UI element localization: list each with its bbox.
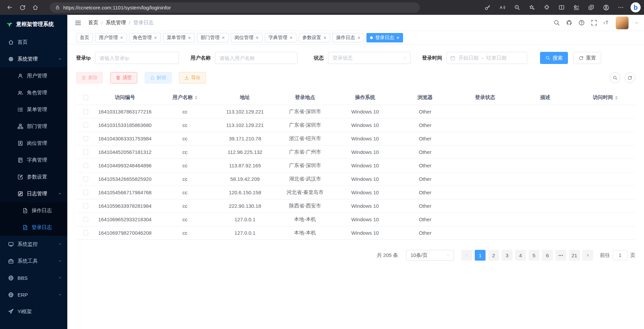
browser-refresh-button[interactable] (16, 1, 29, 14)
row-checkbox[interactable] (83, 176, 88, 182)
user-name-input[interactable] (215, 52, 297, 64)
browser-menu-button[interactable] (614, 1, 627, 14)
avatar-dropdown-icon[interactable] (635, 21, 639, 25)
close-icon[interactable]: × (188, 35, 191, 40)
row-checkbox[interactable] (83, 203, 88, 208)
tab-role-management[interactable]: 角色管理× (129, 33, 161, 42)
extensions-button[interactable] (540, 1, 553, 14)
more-pages-button[interactable]: ••• (556, 250, 566, 261)
zoom-out-button[interactable] (511, 1, 524, 14)
collections-button[interactable] (585, 1, 598, 14)
password-manager-button[interactable] (481, 1, 494, 14)
page-size-select[interactable]: 10条/页 (406, 250, 454, 261)
row-checkbox[interactable] (83, 217, 88, 222)
breadcrumb-item[interactable]: 首页 (88, 20, 98, 26)
column-header-8[interactable]: 访问时间 (575, 94, 635, 101)
tab-dept-management[interactable]: 部门管理× (197, 33, 228, 42)
page-button-5[interactable]: 5 (529, 250, 539, 261)
add-favorite-button[interactable] (526, 1, 538, 14)
close-icon[interactable]: × (222, 35, 225, 40)
address-bar[interactable]: https://ccnetcore.com:1101/system/log/lo… (50, 2, 420, 13)
favorites-bar-button[interactable] (570, 1, 583, 14)
close-icon[interactable]: × (256, 35, 259, 40)
sidebar-item-user-management[interactable]: 用户管理 (0, 67, 67, 84)
unlock-button[interactable]: 解锁 (145, 72, 172, 84)
select-all-checkbox[interactable] (83, 95, 88, 100)
sidebar-item-login-log[interactable]: 登录日志 (0, 219, 67, 236)
sidebar-item-post-management[interactable]: 岗位管理 (0, 135, 67, 152)
fullscreen-icon[interactable] (591, 20, 597, 26)
sidebar-item-system-tools[interactable]: 系统工具 (0, 253, 67, 269)
split-screen-button[interactable] (555, 1, 568, 14)
toggle-search-button[interactable] (610, 72, 620, 83)
close-icon[interactable]: × (290, 35, 293, 40)
read-aloud-button[interactable]: A (496, 1, 509, 14)
close-icon[interactable]: × (324, 35, 327, 40)
login-ip-input[interactable] (95, 52, 179, 64)
row-checkbox[interactable] (83, 190, 88, 195)
prev-page-button[interactable] (461, 250, 472, 261)
sidebar-item-role-management[interactable]: 角色管理 (0, 84, 67, 101)
status-select[interactable]: 登录状态 (328, 52, 410, 64)
search-button[interactable]: 搜索 (540, 52, 568, 64)
tab-home[interactable]: 首页 (76, 33, 93, 42)
page-button-1[interactable]: 1 (475, 250, 486, 261)
row-checkbox[interactable] (83, 123, 88, 128)
sidebar-item-operation-log[interactable]: 操作日志 (0, 202, 67, 219)
sidebar-item-yi-framework[interactable]: Yi框架 (0, 303, 67, 320)
reset-button[interactable]: 重置 (573, 52, 601, 64)
tab-login-log[interactable]: 登录日志× (366, 33, 403, 42)
close-icon[interactable]: × (357, 35, 360, 40)
close-icon[interactable]: × (154, 35, 157, 40)
font-size-icon[interactable]: tT (603, 20, 610, 26)
tab-post-management[interactable]: 岗位管理× (231, 33, 262, 42)
row-checkbox[interactable] (83, 136, 88, 141)
clear-button[interactable]: 清空 (110, 72, 137, 84)
refresh-table-button[interactable] (624, 72, 635, 83)
page-button-4[interactable]: 4 (515, 250, 526, 261)
sort-icon[interactable] (195, 96, 198, 100)
row-checkbox[interactable] (83, 150, 88, 155)
row-checkbox[interactable] (83, 230, 88, 235)
sidebar-item-system-monitor[interactable]: 系统监控 (0, 236, 67, 253)
delete-button[interactable]: 删除 (76, 72, 103, 84)
page-button-6[interactable]: 6 (542, 250, 553, 261)
goto-page-input[interactable] (613, 250, 628, 260)
browser-home-button[interactable] (29, 1, 42, 14)
next-page-button[interactable] (582, 250, 593, 261)
sidebar-item-log-management[interactable]: 日志管理 (0, 185, 67, 202)
tab-operation-log[interactable]: 操作日志× (332, 33, 364, 42)
row-checkbox[interactable] (83, 163, 88, 168)
page-button-2[interactable]: 2 (488, 250, 499, 261)
sidebar-item-system-management[interactable]: 系统管理 (0, 51, 67, 67)
tab-menu-management[interactable]: 菜单管理× (163, 33, 195, 42)
column-header-1[interactable]: 用户名称 (155, 94, 215, 101)
browser-back-button[interactable] (3, 1, 16, 14)
header-search-icon[interactable] (553, 20, 560, 26)
sidebar-item-erp[interactable]: ERP (0, 286, 67, 303)
tab-param-settings[interactable]: 参数设置× (299, 33, 330, 42)
user-avatar[interactable] (616, 17, 629, 29)
sort-icon[interactable] (615, 96, 618, 100)
page-button-21[interactable]: 21 (569, 250, 580, 261)
sidebar-item-dict-management[interactable]: 字典管理 (0, 152, 67, 168)
page-button-3[interactable]: 3 (502, 250, 512, 261)
sidebar-item-dept-management[interactable]: 部门管理 (0, 118, 67, 135)
close-icon[interactable]: × (396, 35, 399, 40)
github-icon[interactable] (566, 20, 572, 26)
date-range-picker[interactable]: 开始日期 - 结束日期 (446, 52, 527, 64)
collapse-sidebar-button[interactable] (75, 20, 81, 26)
help-icon[interactable] (578, 20, 585, 26)
bing-chat-button[interactable]: b (631, 2, 641, 12)
browser-profile-button[interactable] (600, 1, 612, 14)
tab-user-management[interactable]: 用户管理× (95, 33, 127, 42)
export-button[interactable]: 导出 (179, 72, 206, 84)
sidebar-item-home[interactable]: 首页 (0, 34, 67, 51)
breadcrumb-item[interactable]: 系统管理 (106, 20, 126, 26)
sidebar-item-bbs[interactable]: BBS (0, 269, 67, 286)
sidebar-item-param-settings[interactable]: 参数设置 (0, 168, 67, 185)
sidebar-item-menu-management[interactable]: 菜单管理 (0, 101, 67, 118)
close-icon[interactable]: × (120, 35, 123, 40)
tab-dict-management[interactable]: 字典管理× (265, 33, 296, 42)
row-checkbox[interactable] (83, 109, 88, 114)
